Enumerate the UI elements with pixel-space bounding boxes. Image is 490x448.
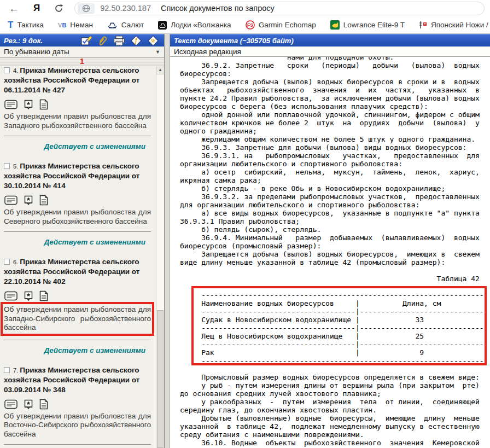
document-header: Текст документа (~305705 байт) <box>170 34 490 46</box>
salut-favicon <box>107 21 118 29</box>
bookmark-salut[interactable]: Салют <box>107 21 144 29</box>
app-window: ← Я 92.50.230.187 Список документов по з… <box>0 0 490 448</box>
doc-text-icon[interactable] <box>39 99 48 110</box>
item-divider <box>4 444 151 445</box>
bookmark-label: Lowrance Elite-9 T <box>343 21 405 29</box>
bookmark-volzhanka[interactable]: Лодки «Волжанка <box>158 21 231 30</box>
doc-title-row: 7.Приказ Министерства сельского хозяйств… <box>4 365 151 394</box>
panel-splitter[interactable] <box>165 34 170 448</box>
list-scrollbar[interactable]: ▲ <box>156 66 164 448</box>
scroll-up-icon[interactable]: ▲ <box>156 66 164 74</box>
bookmark-star-icon[interactable] <box>24 100 33 110</box>
globe-icon <box>82 4 90 13</box>
bookmark-star-icon[interactable] <box>24 195 33 206</box>
bookmark-neman[interactable]: VB Неман <box>58 21 93 29</box>
doc-number: 5. <box>13 163 18 170</box>
doc-status: Действует с изменениями <box>4 238 151 246</box>
site-chip <box>78 3 95 14</box>
doc-icons-row <box>4 399 151 410</box>
neman-favicon: VB <box>58 22 66 28</box>
export-rtf-icon[interactable]: f <box>130 35 142 46</box>
list-header-strip: 1 <box>0 57 164 66</box>
document-header-label: Текст документа (~305705 байт) <box>174 37 294 45</box>
print-icon[interactable] <box>113 36 125 46</box>
bookmark-label: Garmin Echomap <box>259 21 316 29</box>
doc-checkbox[interactable] <box>4 163 10 169</box>
list-item: 5.Приказ Министерства сельского хозяйств… <box>0 157 164 246</box>
bookmark-label: Японский Ножи / <box>431 21 488 29</box>
doc-subject: Об утверждении правил рыболовства для За… <box>4 112 151 130</box>
item-divider <box>4 136 151 136</box>
list-item: 6.Приказ Министерства сельского хозяйств… <box>0 253 164 354</box>
bookmark-label: Неман <box>70 21 93 29</box>
document-text-area: нами для подводной охоты. 36.9.2. Запрет… <box>170 57 490 448</box>
doc-title-row: 5.Приказ Министерства сельского хозяйств… <box>4 161 151 190</box>
bookmark-lowrance[interactable]: Lowrance Elite-9 T <box>330 20 405 30</box>
bookmark-label: Тактика <box>17 21 44 29</box>
results-list: 4.Приказ Министерства сельского хозяйств… <box>0 66 164 448</box>
sort-dropdown[interactable]: По убыванию даты ▼ <box>0 46 164 57</box>
doc-icons-row <box>4 195 151 206</box>
results-panel: Рез.: 9 док. f W По убыв <box>0 34 165 448</box>
doc-checkbox[interactable] <box>4 67 10 73</box>
annotation-marker: 1 <box>80 56 84 66</box>
doc-number: 7. <box>13 367 18 374</box>
doc-title-link[interactable]: Приказ Министерства сельского хозяйства … <box>4 366 139 394</box>
doc-text-icon[interactable] <box>39 399 48 410</box>
sort-value: По убыванию даты <box>4 48 69 56</box>
bookmark-label: Лодки «Волжанка <box>171 21 231 29</box>
doc-text-icon[interactable] <box>39 290 48 301</box>
doc-icons-row <box>4 99 151 110</box>
scrollbar-thumb[interactable] <box>157 310 164 448</box>
doc-title-row: 4.Приказ Министерства сельского хозяйств… <box>4 66 151 95</box>
doc-status: Действует с изменениями <box>4 142 151 150</box>
doc-title-link[interactable]: Приказ Министерства сельского хозяйства … <box>4 258 139 286</box>
yandex-browser-icon: Я <box>33 3 40 14</box>
volzhanka-favicon <box>158 21 167 30</box>
list-item: 7.Приказ Министерства сельского хозяйств… <box>0 361 164 448</box>
results-toolbar: f W <box>81 35 160 46</box>
lowrance-favicon <box>330 20 340 30</box>
bookmarks-bar: T Тактика VB Неман Салют Лодки «Волжанка… <box>0 16 490 34</box>
doc-subject: Об утверждении правил рыболовства для Се… <box>4 208 151 226</box>
mark-edit-icon[interactable] <box>81 36 92 46</box>
doc-checkbox[interactable] <box>4 367 10 373</box>
document-panel: Текст документа (~305705 байт) Исходная … <box>170 34 490 448</box>
bookmark-star-icon[interactable] <box>24 399 33 410</box>
doc-subject-highlighted: Об утверждении правил рыболовства для За… <box>1 302 154 336</box>
url-text: 92.50.230.187 <box>100 4 151 13</box>
taktika-favicon: T <box>8 20 13 31</box>
doc-number: 4. <box>13 67 18 74</box>
item-divider <box>4 231 151 232</box>
export-word-icon[interactable]: W <box>147 35 159 46</box>
bookmark-knives[interactable]: Японский Ножи / <box>419 21 488 30</box>
browser-toolbar: ← Я 92.50.230.187 Список документов по з… <box>0 0 490 16</box>
doc-title-link[interactable]: Приказ Министерства сельского хозяйства … <box>4 66 139 94</box>
fs-favicon: FS <box>246 20 255 30</box>
bookmark-taktika[interactable]: T Тактика <box>8 20 44 31</box>
doc-checkbox[interactable] <box>4 259 10 265</box>
page-title: Список документов по запросу <box>161 4 275 13</box>
bookmark-star-icon[interactable] <box>24 291 33 301</box>
doc-card-icon[interactable] <box>4 195 18 206</box>
doc-title-row: 6.Приказ Министерства сельского хозяйств… <box>4 257 151 286</box>
back-button[interactable]: ← <box>9 3 19 14</box>
document-text: нами для подводной охоты. 36.9.2. Запрет… <box>180 57 490 447</box>
doc-title-link[interactable]: Приказ Министерства сельского хозяйства … <box>4 162 139 190</box>
chevron-down-icon: ▼ <box>155 49 160 55</box>
doc-card-icon[interactable] <box>4 100 18 110</box>
refresh-button[interactable] <box>54 4 63 13</box>
bookmark-garmin[interactable]: FS Garmin Echomap <box>246 20 316 30</box>
doc-subject: Об утверждении правил рыболовства для Во… <box>4 412 151 439</box>
doc-icons-row <box>4 290 151 301</box>
doc-status: Действует с изменениями <box>4 346 151 354</box>
paperclip-icon[interactable] <box>97 36 108 46</box>
results-header: Рез.: 9 док. f W <box>0 34 164 46</box>
address-bar[interactable]: 92.50.230.187 Список документов по запро… <box>74 2 485 15</box>
doc-text-icon[interactable] <box>39 195 48 206</box>
doc-card-icon[interactable] <box>4 291 18 301</box>
doc-number: 6. <box>13 259 18 265</box>
list-item: 4.Приказ Министерства сельского хозяйств… <box>0 66 164 150</box>
doc-card-icon[interactable] <box>4 399 18 410</box>
results-count-label: Рез.: 9 док. <box>4 37 43 45</box>
